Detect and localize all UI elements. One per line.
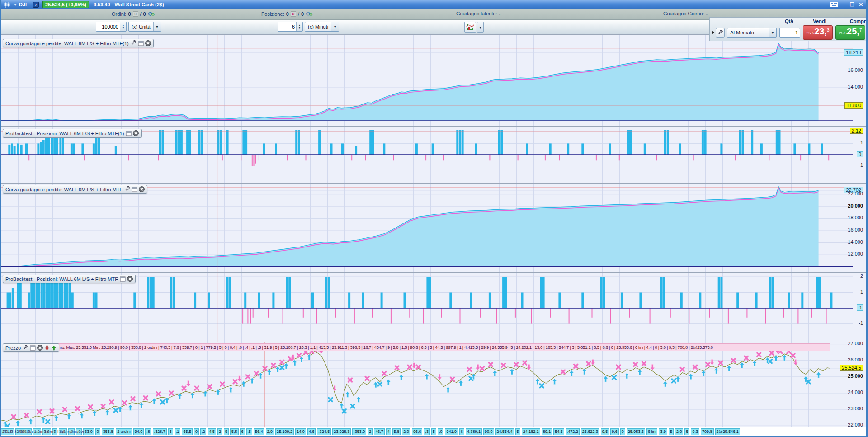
price-panel-tab[interactable]: Prezzo: [3, 343, 59, 352]
buy-button[interactable]: 25.525,7: [835, 25, 865, 40]
equity-panel-2-tab[interactable]: Curva guadagni e perdite: WALL 6M L/S + …: [3, 185, 147, 194]
trade-token: 9,5: [601, 428, 609, 435]
wrench-icon[interactable]: [131, 40, 137, 46]
timeframe-input[interactable]: [278, 22, 296, 31]
orders-settings-icon[interactable]: ⚙⚙: [148, 11, 154, 17]
qty-label: Qtà: [785, 19, 793, 24]
trade-token: 5: [515, 428, 520, 435]
collapse-handle-icon[interactable]: [712, 31, 714, 34]
trade-token: 5,8: [392, 428, 401, 435]
window-icon[interactable]: [126, 131, 132, 136]
trade-token: 5: [431, 428, 436, 435]
trade-token: 4,6: [307, 428, 316, 435]
trade-token: 24.182,1: [522, 428, 540, 435]
order-settings-button[interactable]: [716, 28, 725, 38]
axis-tick-label: 2: [860, 273, 863, 279]
trade-token: 3: [168, 428, 173, 435]
trade-token: ,2: [200, 428, 207, 435]
trade-token: 23.928,3: [332, 428, 351, 435]
candlestick-icon: [4, 2, 11, 8]
trade-token: 0: [620, 428, 625, 435]
price-panel: Prezzo Giorno: Max: 25.551,6 Min: 25.290…: [1, 342, 866, 427]
axis-tick-label: 1: [860, 289, 863, 294]
window-icon[interactable]: [132, 187, 137, 192]
order-type-select[interactable]: Al Mercato ▼: [727, 28, 777, 38]
info-icon[interactable]: i: [33, 2, 39, 8]
instrument-dropdown-caret[interactable]: ▼: [14, 3, 17, 7]
trade-token: 90,0: [483, 428, 494, 435]
trade-token: 4,5: [208, 428, 216, 435]
equity-panel-1: Curva guadagni e perdite: WALL 6M L/S + …: [1, 34, 866, 126]
day-gain-label: Guadagno Giorno:: [663, 11, 704, 16]
sell-button[interactable]: 25.523,3: [803, 25, 833, 40]
copyright-text: ©2019 ProRealTime.com - Dati indicativi: [3, 429, 84, 434]
close-icon[interactable]: [139, 186, 145, 192]
equity-panel-1-tab[interactable]: Curva guadagni e perdite: WALL 6M L/S + …: [3, 39, 154, 48]
trade-token: ,1: [175, 428, 181, 435]
order-entry-widget: Qtà Vendi Compra Al Mercato ▼ 25.523,3 2…: [709, 17, 866, 41]
equity-chart-1[interactable]: [1, 35, 853, 126]
trade-token: ,5: [246, 428, 253, 435]
order-qty-input[interactable]: [779, 28, 800, 38]
price-change-badge: 25.524,5 (+0,65%): [42, 1, 89, 8]
trade-token: 94,0: [133, 428, 144, 435]
maximize-button[interactable]: ❒: [850, 2, 854, 7]
sell-label: Vendi: [813, 19, 826, 24]
arrow-up-icon[interactable]: [51, 345, 57, 351]
minimize-button[interactable]: –: [843, 2, 845, 7]
trade-token: 0: [194, 428, 199, 435]
title-bar: ▼ DJI i 25.524,5 (+0,65%) 9.53.40 Wall S…: [1, 0, 866, 9]
panel-title: ProBacktest - Posizioni: WALL 6M L/S + F…: [5, 276, 118, 282]
trade-token: ,3: [424, 428, 430, 435]
panel-title: Prezzo: [5, 345, 21, 351]
quantity-input[interactable]: [96, 22, 120, 31]
window-icon[interactable]: [138, 41, 144, 46]
chevron-down-icon[interactable]: ▼: [331, 22, 339, 31]
position-status: Posizione: 0 ✕ / 0 ⚙⚙: [261, 11, 311, 17]
trading-platform-window: ▼ DJI i 25.524,5 (+0,65%) 9.53.40 Wall S…: [0, 0, 868, 437]
close-icon[interactable]: [37, 345, 43, 351]
wrench-icon[interactable]: [124, 186, 130, 192]
close-position-icon[interactable]: ✕: [291, 11, 296, 17]
window-icon[interactable]: [30, 345, 36, 351]
trade-token: 96,6: [412, 428, 423, 435]
orders-count-2: 0: [143, 11, 146, 17]
chart-type-dropdown[interactable]: ▼: [477, 22, 484, 33]
chevron-down-icon[interactable]: ▼: [769, 28, 776, 37]
cancel-orders-icon[interactable]: ✕: [133, 11, 138, 17]
instrument-symbol[interactable]: DJI: [19, 2, 27, 7]
equity-chart-2[interactable]: [1, 184, 853, 272]
close-icon[interactable]: [133, 130, 139, 136]
trade-token: 9,3: [691, 428, 699, 435]
close-button[interactable]: ✕: [859, 2, 863, 7]
trade-token: 65,5: [182, 428, 193, 435]
trade-token: 5: [684, 428, 689, 435]
keyboard-icon[interactable]: [830, 2, 838, 7]
arrow-down-icon[interactable]: [44, 345, 50, 351]
chevron-down-icon[interactable]: ▼: [153, 22, 161, 31]
trade-token: .328,7: [153, 428, 167, 435]
trade-token: 5,5: [230, 428, 239, 435]
wrench-icon[interactable]: [23, 345, 28, 351]
trade-token: 54,5: [553, 428, 564, 435]
latent-gain-label: Guadagno latente:: [456, 11, 497, 16]
trade-token: 89,1: [542, 428, 552, 435]
timeframe-input-group: ▲▼: [278, 22, 303, 32]
unit-select[interactable]: (x) Unità ▼: [128, 22, 161, 32]
quantity-stepper[interactable]: ▲▼: [120, 22, 126, 31]
orders-status: Ordini: 0 ✕ / 0 ⚙⚙: [112, 11, 154, 17]
window-icon[interactable]: [120, 276, 126, 282]
close-icon[interactable]: [145, 40, 151, 46]
chart-type-button[interactable]: [464, 22, 476, 33]
trade-token: 24.554,4: [495, 428, 514, 435]
positions-panel-1-tab[interactable]: ProBacktest - Posizioni: WALL 6M L/S + F…: [3, 129, 142, 138]
axis-tick-label: -1: [859, 320, 863, 326]
timeframe-unit-select[interactable]: (x) Minuti ▼: [305, 22, 339, 32]
trade-token: 46,7: [374, 428, 385, 435]
position-settings-icon[interactable]: ⚙⚙: [306, 11, 311, 17]
positions-panel-2-tab[interactable]: ProBacktest - Posizioni: WALL 6M L/S + F…: [3, 275, 136, 283]
orders-label: Ordini:: [112, 11, 126, 17]
price-chart[interactable]: [1, 342, 853, 427]
timeframe-stepper[interactable]: ▲▼: [296, 22, 302, 31]
close-icon[interactable]: [127, 276, 133, 282]
